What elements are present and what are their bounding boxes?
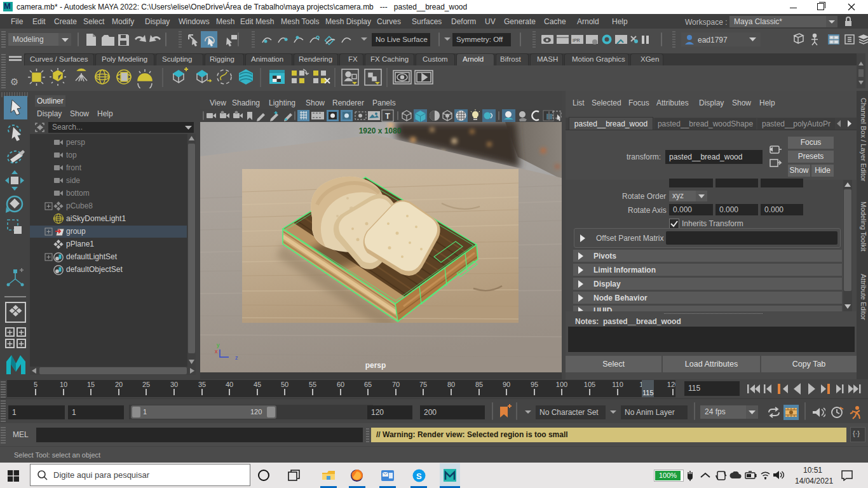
svg-text:persp: persp: [365, 361, 386, 370]
svg-text:1920 x 1080: 1920 x 1080: [359, 126, 402, 135]
svg-text:x: x: [215, 348, 218, 355]
svg-text:IPR: IPR: [573, 38, 580, 43]
svg-text:z: z: [235, 355, 238, 361]
svg-text:T: T: [385, 111, 390, 121]
svg-text:S: S: [416, 471, 422, 481]
svg-text:y: y: [217, 342, 220, 348]
